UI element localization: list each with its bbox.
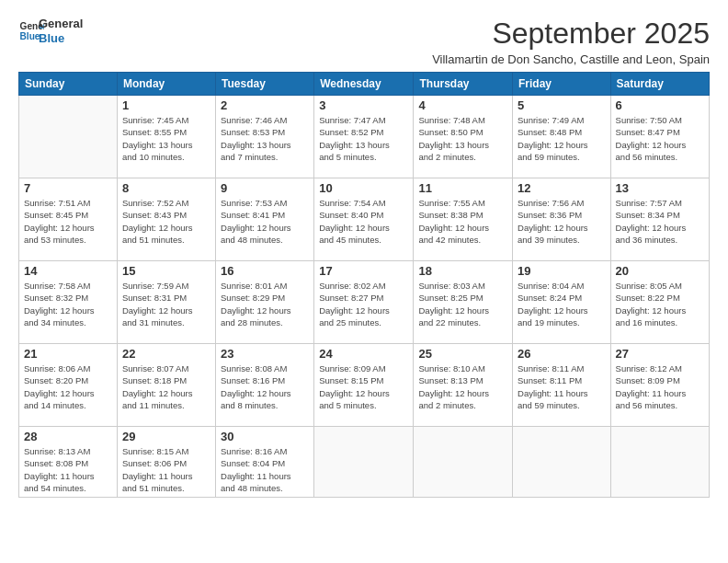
day-number: 15	[122, 264, 210, 278]
calendar-cell: 29Sunrise: 8:15 AM Sunset: 8:06 PM Dayli…	[117, 427, 215, 498]
day-info: Sunrise: 8:08 AM Sunset: 8:16 PM Dayligh…	[221, 362, 309, 411]
calendar-cell	[414, 427, 513, 498]
day-info: Sunrise: 8:02 AM Sunset: 8:27 PM Dayligh…	[319, 280, 408, 328]
day-number: 6	[616, 98, 704, 112]
calendar-cell: 19Sunrise: 8:04 AM Sunset: 8:24 PM Dayli…	[513, 261, 611, 344]
day-info: Sunrise: 7:50 AM Sunset: 8:47 PM Dayligh…	[616, 114, 704, 163]
day-number: 13	[616, 181, 704, 195]
day-number: 1	[122, 98, 210, 112]
calendar-cell: 27Sunrise: 8:12 AM Sunset: 8:09 PM Dayli…	[610, 344, 709, 427]
day-number: 14	[24, 264, 112, 278]
day-number: 10	[319, 181, 408, 195]
calendar-week-1: 1Sunrise: 7:45 AM Sunset: 8:55 PM Daylig…	[19, 96, 710, 178]
day-number: 2	[221, 98, 309, 112]
day-info: Sunrise: 8:15 AM Sunset: 8:06 PM Dayligh…	[122, 445, 210, 494]
calendar-cell: 8Sunrise: 7:52 AM Sunset: 8:43 PM Daylig…	[117, 178, 215, 261]
day-info: Sunrise: 8:07 AM Sunset: 8:18 PM Dayligh…	[122, 362, 210, 411]
calendar-cell: 6Sunrise: 7:50 AM Sunset: 8:47 PM Daylig…	[610, 96, 709, 178]
day-info: Sunrise: 8:09 AM Sunset: 8:15 PM Dayligh…	[319, 362, 408, 411]
day-number: 25	[418, 347, 507, 361]
calendar-cell: 12Sunrise: 7:56 AM Sunset: 8:36 PM Dayli…	[513, 178, 611, 261]
day-info: Sunrise: 7:48 AM Sunset: 8:50 PM Dayligh…	[418, 114, 507, 163]
calendar-table: SundayMondayTuesdayWednesdayThursdayFrid…	[18, 72, 710, 498]
calendar-cell: 5Sunrise: 7:49 AM Sunset: 8:48 PM Daylig…	[513, 96, 611, 178]
day-number: 5	[518, 98, 606, 112]
calendar-cell: 25Sunrise: 8:10 AM Sunset: 8:13 PM Dayli…	[414, 344, 513, 427]
day-number: 21	[24, 347, 112, 361]
calendar-week-4: 21Sunrise: 8:06 AM Sunset: 8:20 PM Dayli…	[19, 344, 710, 427]
day-number: 27	[616, 347, 704, 361]
day-info: Sunrise: 8:06 AM Sunset: 8:20 PM Dayligh…	[24, 362, 112, 411]
day-info: Sunrise: 7:58 AM Sunset: 8:32 PM Dayligh…	[24, 280, 112, 328]
month-title: September 2025	[432, 17, 710, 51]
calendar-header-monday: Monday	[117, 73, 215, 96]
day-number: 23	[221, 347, 309, 361]
calendar-cell	[314, 427, 414, 498]
day-number: 20	[616, 264, 704, 278]
calendar-cell: 15Sunrise: 7:59 AM Sunset: 8:31 PM Dayli…	[117, 261, 215, 344]
calendar-cell: 4Sunrise: 7:48 AM Sunset: 8:50 PM Daylig…	[414, 96, 513, 178]
day-info: Sunrise: 7:54 AM Sunset: 8:40 PM Dayligh…	[319, 197, 408, 246]
day-number: 9	[221, 181, 309, 195]
day-number: 28	[24, 430, 112, 443]
svg-text:Blue: Blue	[20, 31, 40, 41]
calendar-cell	[513, 427, 611, 498]
header: General Blue General Blue September 2025…	[18, 17, 710, 66]
day-info: Sunrise: 8:13 AM Sunset: 8:08 PM Dayligh…	[24, 445, 112, 494]
calendar-cell: 7Sunrise: 7:51 AM Sunset: 8:45 PM Daylig…	[19, 178, 118, 261]
day-number: 24	[319, 347, 408, 361]
calendar-header-row: SundayMondayTuesdayWednesdayThursdayFrid…	[19, 73, 710, 96]
day-number: 8	[122, 181, 210, 195]
calendar-cell: 13Sunrise: 7:57 AM Sunset: 8:34 PM Dayli…	[610, 178, 709, 261]
logo: General Blue General Blue	[18, 17, 83, 45]
calendar-week-5: 28Sunrise: 8:13 AM Sunset: 8:08 PM Dayli…	[19, 427, 710, 498]
logo-line2: Blue	[39, 31, 83, 46]
day-info: Sunrise: 7:52 AM Sunset: 8:43 PM Dayligh…	[122, 197, 210, 246]
calendar-cell: 24Sunrise: 8:09 AM Sunset: 8:15 PM Dayli…	[314, 344, 414, 427]
calendar-cell: 10Sunrise: 7:54 AM Sunset: 8:40 PM Dayli…	[314, 178, 414, 261]
calendar-header-saturday: Saturday	[610, 73, 709, 96]
calendar-cell: 18Sunrise: 8:03 AM Sunset: 8:25 PM Dayli…	[414, 261, 513, 344]
day-info: Sunrise: 7:47 AM Sunset: 8:52 PM Dayligh…	[319, 114, 408, 163]
day-info: Sunrise: 7:57 AM Sunset: 8:34 PM Dayligh…	[616, 197, 704, 246]
subtitle: Villamartin de Don Sancho, Castille and …	[432, 52, 710, 66]
day-info: Sunrise: 8:03 AM Sunset: 8:25 PM Dayligh…	[418, 280, 507, 328]
day-info: Sunrise: 8:12 AM Sunset: 8:09 PM Dayligh…	[616, 362, 704, 411]
calendar-cell: 16Sunrise: 8:01 AM Sunset: 8:29 PM Dayli…	[216, 261, 314, 344]
day-info: Sunrise: 7:46 AM Sunset: 8:53 PM Dayligh…	[221, 114, 309, 163]
day-number: 18	[418, 264, 507, 278]
day-info: Sunrise: 7:51 AM Sunset: 8:45 PM Dayligh…	[24, 197, 112, 246]
day-info: Sunrise: 8:10 AM Sunset: 8:13 PM Dayligh…	[418, 362, 507, 411]
calendar-header-friday: Friday	[513, 73, 611, 96]
calendar-cell: 26Sunrise: 8:11 AM Sunset: 8:11 PM Dayli…	[513, 344, 611, 427]
calendar-cell: 23Sunrise: 8:08 AM Sunset: 8:16 PM Dayli…	[216, 344, 314, 427]
calendar-cell: 20Sunrise: 8:05 AM Sunset: 8:22 PM Dayli…	[610, 261, 709, 344]
logo-line1: General	[39, 17, 83, 31]
calendar-cell	[610, 427, 709, 498]
calendar-cell: 9Sunrise: 7:53 AM Sunset: 8:41 PM Daylig…	[216, 178, 314, 261]
day-info: Sunrise: 8:05 AM Sunset: 8:22 PM Dayligh…	[616, 280, 704, 328]
day-info: Sunrise: 7:56 AM Sunset: 8:36 PM Dayligh…	[518, 197, 606, 246]
day-number: 17	[319, 264, 408, 278]
calendar-cell	[19, 96, 118, 178]
calendar-cell: 28Sunrise: 8:13 AM Sunset: 8:08 PM Dayli…	[19, 427, 118, 498]
title-block: September 2025 Villamartin de Don Sancho…	[432, 17, 710, 66]
calendar-week-3: 14Sunrise: 7:58 AM Sunset: 8:32 PM Dayli…	[19, 261, 710, 344]
calendar-cell: 3Sunrise: 7:47 AM Sunset: 8:52 PM Daylig…	[314, 96, 414, 178]
day-number: 30	[221, 430, 309, 443]
calendar-cell: 30Sunrise: 8:16 AM Sunset: 8:04 PM Dayli…	[216, 427, 314, 498]
calendar-cell: 11Sunrise: 7:55 AM Sunset: 8:38 PM Dayli…	[414, 178, 513, 261]
day-info: Sunrise: 8:16 AM Sunset: 8:04 PM Dayligh…	[221, 445, 309, 494]
day-number: 29	[122, 430, 210, 443]
calendar-header-thursday: Thursday	[414, 73, 513, 96]
calendar-header-sunday: Sunday	[19, 73, 118, 96]
calendar-cell: 17Sunrise: 8:02 AM Sunset: 8:27 PM Dayli…	[314, 261, 414, 344]
day-info: Sunrise: 7:49 AM Sunset: 8:48 PM Dayligh…	[518, 114, 606, 163]
day-number: 22	[122, 347, 210, 361]
calendar-header-tuesday: Tuesday	[216, 73, 314, 96]
day-info: Sunrise: 8:11 AM Sunset: 8:11 PM Dayligh…	[518, 362, 606, 411]
day-info: Sunrise: 8:04 AM Sunset: 8:24 PM Dayligh…	[518, 280, 606, 328]
day-number: 16	[221, 264, 309, 278]
calendar-cell: 14Sunrise: 7:58 AM Sunset: 8:32 PM Dayli…	[19, 261, 118, 344]
calendar-week-2: 7Sunrise: 7:51 AM Sunset: 8:45 PM Daylig…	[19, 178, 710, 261]
